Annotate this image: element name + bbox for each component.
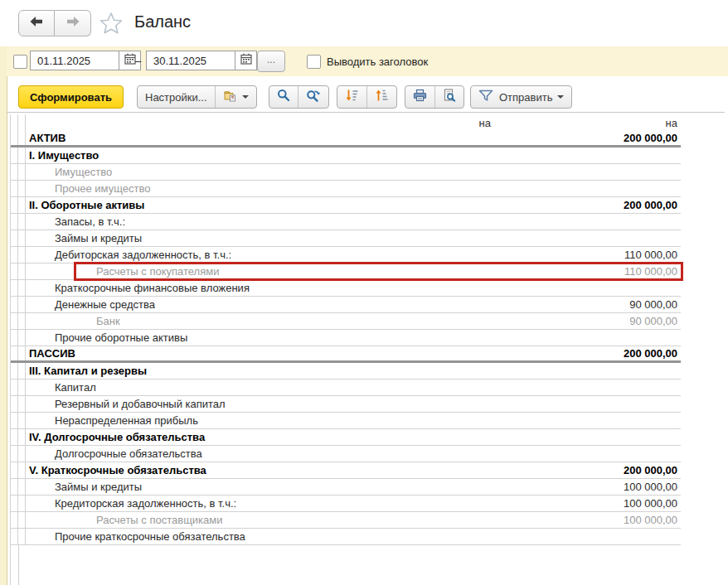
row-label[interactable]: II. Оборотные активы	[26, 197, 391, 213]
row-value[interactable]: 200 000,00	[494, 462, 681, 478]
table-row[interactable]: Займы и кредиты	[11, 230, 681, 247]
row-label[interactable]: IV. Долгосрочные обязательства	[26, 429, 391, 445]
row-label[interactable]: Резервный и добавочный капитал	[26, 396, 391, 412]
period-more-button[interactable]: ...	[257, 51, 285, 72]
row-label[interactable]: Кредиторская задолженность, в т.ч.:	[26, 496, 391, 511]
row-value-col1[interactable]	[391, 197, 494, 213]
row-value-col1[interactable]	[391, 380, 494, 395]
period-checkbox[interactable]	[13, 55, 27, 69]
row-value[interactable]: 200 000,00	[494, 197, 681, 213]
row-label[interactable]: V. Краткосрочные обязательства	[26, 462, 391, 478]
table-row[interactable]: Прочие оборотные активы	[11, 330, 681, 346]
date-to-calendar-button[interactable]	[235, 51, 256, 70]
row-value-col1[interactable]	[391, 363, 494, 379]
row-value-col1[interactable]	[391, 230, 494, 246]
row-label[interactable]: ПАССИВ	[26, 346, 391, 360]
table-row[interactable]: Нераспределенная прибыль	[11, 413, 681, 429]
report-header-row[interactable]: на на	[11, 114, 681, 131]
header-name-cell[interactable]	[26, 114, 391, 131]
row-value[interactable]	[494, 429, 681, 445]
row-label[interactable]: III. Капитал и резервы	[26, 363, 391, 379]
row-value[interactable]: 110 000,00	[494, 263, 681, 279]
row-value-col1[interactable]	[391, 297, 494, 312]
report-variants-button[interactable]	[215, 86, 256, 108]
row-value[interactable]: 90 000,00	[494, 313, 681, 329]
row-label[interactable]: Нераспределенная прибыль	[26, 413, 391, 428]
row-value[interactable]: 110 000,00	[494, 247, 681, 263]
row-value-col1[interactable]	[391, 214, 494, 230]
row-value[interactable]	[494, 380, 681, 395]
row-value-col1[interactable]	[391, 496, 494, 511]
date-to-input[interactable]	[147, 51, 235, 70]
row-label[interactable]: АКТИВ	[26, 131, 391, 145]
table-row[interactable]: Прочие краткосрочные обязательства	[11, 529, 681, 545]
show-header-checkbox-label[interactable]: Выводить заголовок	[327, 56, 428, 68]
row-value[interactable]	[494, 147, 681, 163]
sort-ascending-button[interactable]	[366, 86, 396, 108]
table-row[interactable]: ПАССИВ 200 000,00	[11, 346, 681, 363]
table-row[interactable]: IV. Долгосрочные обязательства	[11, 429, 681, 446]
row-value[interactable]	[494, 330, 681, 346]
row-value[interactable]: 100 000,00	[494, 479, 681, 495]
row-value[interactable]: 200 000,00	[494, 131, 681, 145]
row-value[interactable]	[494, 181, 681, 196]
generate-button[interactable]: Сформировать	[18, 85, 124, 109]
table-row[interactable]: Имущество	[11, 164, 681, 181]
row-value[interactable]	[494, 363, 681, 379]
row-label[interactable]: Займы и кредиты	[26, 479, 391, 495]
row-label[interactable]: Прочие краткосрочные обязательства	[26, 529, 391, 544]
row-label[interactable]: Долгосрочные обязательства	[26, 446, 391, 462]
row-value[interactable]	[494, 413, 681, 428]
table-row[interactable]: I. Имущество	[11, 147, 681, 164]
row-value-col1[interactable]	[391, 429, 494, 445]
row-value[interactable]	[494, 214, 681, 230]
table-row[interactable]: Расчеты с поставщиками 100 000,00	[11, 512, 681, 529]
send-button[interactable]: Отправить	[471, 86, 571, 108]
table-row[interactable]: Банк 90 000,00	[11, 313, 681, 330]
row-value[interactable]	[494, 230, 681, 246]
row-value-col1[interactable]	[391, 529, 494, 544]
forward-button[interactable]	[55, 10, 91, 36]
row-value-col1[interactable]	[391, 280, 494, 296]
favorite-star-icon[interactable]	[99, 11, 124, 36]
row-label[interactable]: Денежные средства	[26, 297, 391, 312]
print-button[interactable]	[405, 86, 434, 108]
table-row[interactable]: Дебиторская задолженность, в т.ч.: 110 0…	[11, 247, 681, 263]
date-from-input[interactable]	[31, 51, 119, 70]
row-label[interactable]: I. Имущество	[26, 147, 391, 163]
row-label[interactable]: Прочее имущество	[26, 181, 391, 196]
row-value-col1[interactable]	[391, 462, 494, 478]
settings-button[interactable]: Настройки...	[138, 86, 215, 108]
table-row[interactable]: III. Капитал и резервы	[11, 363, 681, 380]
row-label[interactable]: Займы и кредиты	[26, 230, 391, 246]
search-next-button[interactable]	[298, 86, 328, 108]
table-row[interactable]: Капитал	[11, 380, 681, 396]
row-value[interactable]	[494, 396, 681, 412]
table-row[interactable]: Займы и кредиты 100 000,00	[11, 479, 681, 496]
table-row[interactable]: V. Краткосрочные обязательства 200 000,0…	[11, 462, 681, 479]
row-value-col1[interactable]	[391, 512, 494, 528]
column1-header[interactable]: на	[391, 114, 494, 131]
row-value[interactable]	[494, 280, 681, 296]
row-label[interactable]: Капитал	[26, 380, 391, 395]
row-value-col1[interactable]	[391, 313, 494, 329]
row-value-col1[interactable]	[391, 446, 494, 462]
row-label[interactable]: Краткосрочные финансовые вложения	[26, 280, 391, 296]
row-value-col1[interactable]	[391, 479, 494, 495]
row-value[interactable]: 90 000,00	[494, 297, 681, 312]
table-row[interactable]: Денежные средства 90 000,00	[11, 297, 681, 313]
table-row[interactable]: Резервный и добавочный капитал	[11, 396, 681, 413]
row-value[interactable]: 200 000,00	[494, 346, 681, 360]
row-value-col1[interactable]	[391, 396, 494, 412]
row-label[interactable]: Запасы, в т.ч.:	[26, 214, 391, 230]
row-value[interactable]	[494, 164, 681, 180]
table-row[interactable]: Кредиторская задолженность, в т.ч.: 100 …	[11, 496, 681, 512]
row-value[interactable]	[494, 446, 681, 462]
search-button[interactable]	[269, 86, 298, 108]
row-value-col1[interactable]	[391, 330, 494, 346]
row-label[interactable]: Имущество	[26, 164, 391, 180]
row-value-col1[interactable]	[391, 164, 494, 180]
row-value-col1[interactable]	[391, 263, 494, 279]
row-value-col1[interactable]	[391, 346, 494, 360]
row-value[interactable]: 100 000,00	[494, 512, 681, 528]
